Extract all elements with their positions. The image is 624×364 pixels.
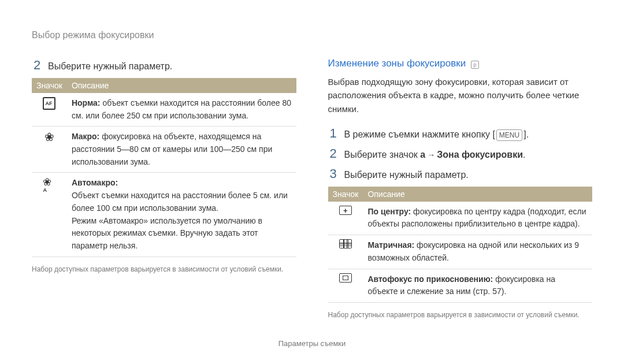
step-number: 2 [32, 58, 42, 73]
cell-icon [328, 235, 363, 269]
step-3-right: 3 Выберите нужный параметр. [328, 166, 593, 182]
row-text-b: Режим «Автомакро» используется по умолча… [72, 216, 262, 250]
table-row: По центру: фокусировка по центру кадра (… [328, 202, 593, 235]
row-label: Матричная: [367, 240, 414, 250]
cell-desc: Матричная: фокусировка на одной или неск… [363, 235, 592, 269]
step-number: 2 [328, 146, 339, 161]
row-label: Автомакро: [72, 178, 118, 187]
table-row: ❀A Автомакро: Объект съемки находится на… [32, 173, 296, 257]
row-label: Макро: [72, 132, 99, 141]
footnote: Набор доступных параметров варьируется в… [32, 264, 296, 274]
cell-desc: Макро: фокусировка на объекте, находящем… [67, 127, 296, 173]
step-text: Выберите нужный параметр. [48, 60, 172, 73]
footnote: Набор доступных параметров варьируется в… [328, 310, 593, 320]
af-normal-icon [43, 97, 55, 110]
page-footer: Параметры съемки [0, 339, 624, 348]
step2-text-c: . [523, 150, 525, 159]
cell-desc: Автомакро: Объект съемки находится на ра… [67, 173, 296, 257]
table-row: Норма: объект съемки находится на рассто… [32, 93, 296, 127]
row-text: объект съемки находится на расстоянии бо… [72, 98, 291, 120]
focus-area-table: Значок Описание По центру: фокусировка п… [328, 187, 593, 303]
step-text: Выберите нужный параметр. [344, 168, 469, 182]
cell-icon [32, 93, 67, 127]
row-label: Автофокус по прикосновению: [367, 274, 493, 284]
page-title: Выбор режима фокусировки [32, 30, 592, 40]
focus-mode-table: Значок Описание Норма: объект съемки нах… [32, 78, 296, 257]
automacro-icon: ❀A [43, 177, 55, 190]
section-title-text: Изменение зоны фокусировки [328, 58, 466, 69]
mode-icon: p [471, 61, 479, 69]
th-icon: Значок [32, 78, 67, 93]
cell-icon [328, 269, 363, 302]
macro-icon: ❀ [43, 131, 55, 143]
table-header-row: Значок Описание [328, 187, 593, 202]
step-number: 3 [328, 166, 339, 181]
section-title: Изменение зоны фокусировки p [328, 58, 593, 69]
step-2-left: 2 Выберите нужный параметр. [32, 58, 296, 73]
table-row: Автофокус по прикосновению: фокусировка … [328, 269, 593, 302]
right-column: Изменение зоны фокусировки p Выбрав подх… [328, 58, 593, 320]
step-1-right: 1 В режиме съемки нажмите кнопку [MENU]. [328, 126, 593, 142]
step2-text-b: Зона фокусировки [437, 150, 523, 159]
table-row: Матричная: фокусировка на одной или неск… [328, 235, 593, 269]
cell-icon: ❀A [32, 173, 67, 257]
step2-text-a: Выберите значок [344, 150, 421, 159]
step1-text-a: В режиме съемки нажмите кнопку [ [344, 129, 495, 139]
step1-text-b: ]. [523, 129, 529, 139]
cell-desc: По центру: фокусировка по центру кадра (… [363, 202, 592, 235]
tracking-af-icon [339, 273, 352, 283]
step-number: 1 [328, 126, 339, 141]
columns: 2 Выберите нужный параметр. Значок Описа… [32, 58, 592, 320]
cell-desc: Автофокус по прикосновению: фокусировка … [363, 269, 592, 302]
left-column: 2 Выберите нужный параметр. Значок Описа… [32, 58, 296, 320]
step-text: Выберите значок a→Зона фокусировки. [344, 148, 526, 162]
menu-key: MENU [496, 129, 522, 141]
step-text: В режиме съемки нажмите кнопку [MENU]. [344, 128, 529, 142]
table-header-row: Значок Описание [32, 78, 296, 93]
row-text-a: Объект съемки находится на расстоянии бо… [72, 191, 288, 213]
row-label: По центру: [367, 207, 411, 216]
row-label: Норма: [72, 98, 101, 107]
multi-af-icon [339, 239, 352, 248]
cell-desc: Норма: объект съемки находится на рассто… [67, 93, 296, 127]
th-desc: Описание [67, 78, 296, 93]
cell-icon: ❀ [32, 127, 67, 173]
step-2-right: 2 Выберите значок a→Зона фокусировки. [328, 146, 593, 162]
th-desc: Описание [363, 187, 592, 202]
row-text: фокусировка на объекте, находящемся на р… [72, 132, 272, 166]
step2-bold: a [420, 150, 425, 159]
manual-page: Выбор режима фокусировки 2 Выберите нужн… [0, 0, 624, 364]
th-icon: Значок [328, 187, 363, 202]
section-intro: Выбрав подходящую зону фокусировки, кото… [328, 75, 593, 116]
center-af-icon [339, 206, 352, 215]
table-row: ❀ Макро: фокусировка на объекте, находящ… [32, 127, 296, 173]
arrow-icon: → [425, 150, 437, 159]
cell-icon [328, 202, 363, 235]
